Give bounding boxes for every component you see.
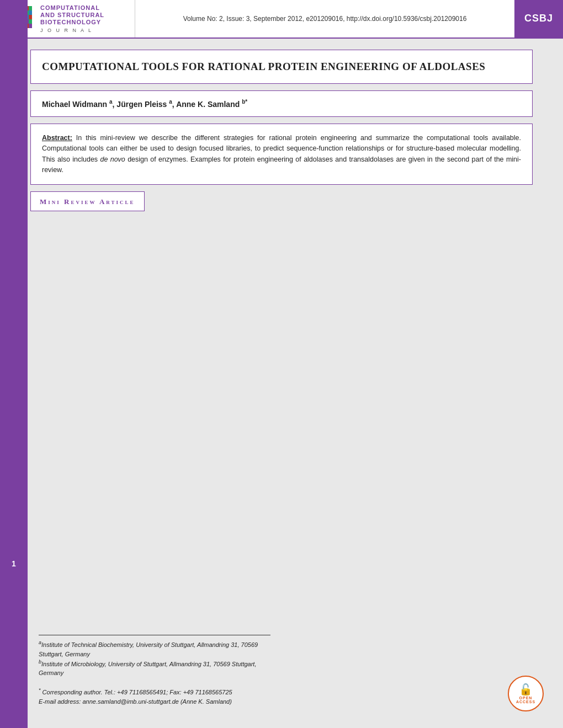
oa-circle: 🔓 OPEN ACCESS [508,676,544,711]
main-content: Computational tools for rational protein… [30,50,533,218]
journal-subtitle: J O U R N A L [40,28,104,33]
article-title-box: Computational tools for rational protein… [30,50,533,84]
lock-icon: 🔓 [519,684,533,695]
oa-label: OPEN ACCESS [516,696,535,704]
open-access-badge: 🔓 OPEN ACCESS [508,676,546,714]
oa-access: ACCESS [516,700,535,704]
affiliation-a: aInstitute of Technical Biochemistry, Un… [39,641,258,657]
volume-info: Volume No: 2, Issue: 3, September 2012, … [135,0,514,38]
journal-name-line3: BIOTECHNOLOGY [40,19,104,26]
footer-separator [39,635,270,635]
footer-area: aInstitute of Technical Biochemistry, Un… [39,635,533,706]
corresponding-info: * Corresponding author. Tel.: +49 711685… [39,689,232,705]
abstract-body: In this mini-review we describe the diff… [42,134,521,174]
authors-text: Michael Widmann a, Jürgen Pleiss a, Anne… [42,99,521,109]
abstract-label: Abstract: [42,134,72,142]
affiliation-b: bInstitute of Microbiology, University o… [39,661,256,677]
mini-review-tag: Mini Review Article [30,191,145,211]
left-bar: 1 [0,0,28,728]
authors-box: Michael Widmann a, Jürgen Pleiss a, Anne… [30,90,533,117]
author-samland: Anne K. Samland b* [176,100,247,109]
abstract-box: Abstract: In this mini-review we describ… [30,124,533,185]
article-title: Computational tools for rational protein… [42,60,521,74]
journal-name-line2: AND STRUCTURAL [40,12,104,19]
abstract-text: Abstract: In this mini-review we describ… [42,133,521,176]
oa-open: OPEN [519,696,533,700]
footer-text: aInstitute of Technical Biochemistry, Un… [39,640,270,706]
logo-text-area: COMPUTATIONAL AND STRUCTURAL BIOTECHNOLO… [40,4,104,33]
top-header: COMPUTATIONAL AND STRUCTURAL BIOTECHNOLO… [0,0,563,39]
author-pleiss: Jürgen Pleiss a [116,100,172,109]
page-number: 1 [12,559,16,568]
journal-name-line1: COMPUTATIONAL [40,4,104,12]
csbj-badge: CSBJ [514,0,563,38]
author-widmann: Michael Widmann a [42,100,113,109]
page-wrapper: 1 COMPUTATIONAL AND STRUCTURAL BIOTECHNO… [0,0,563,728]
article-type-label: Mini Review Article [40,197,135,206]
